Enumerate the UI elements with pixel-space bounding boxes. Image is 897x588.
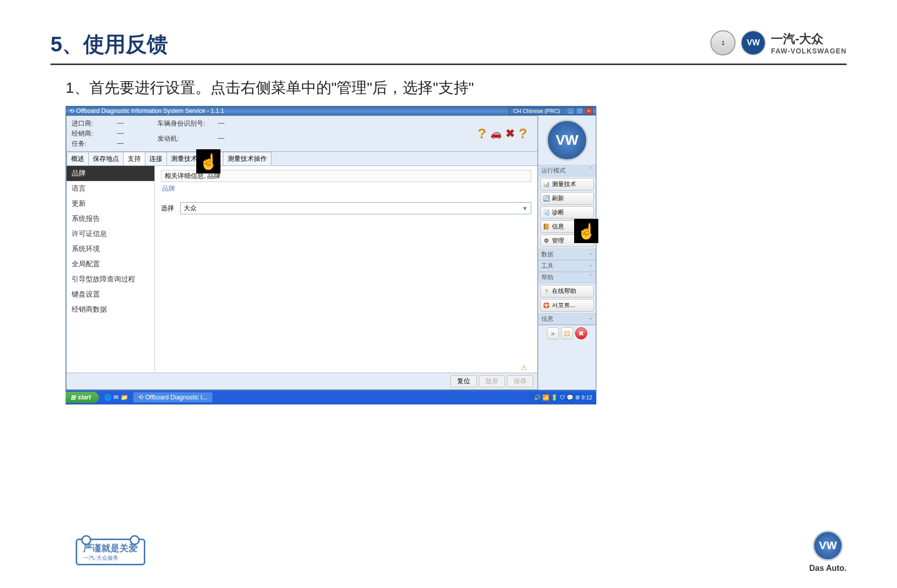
dealer-label: 经销商: (72, 129, 117, 138)
sidebar-item-language[interactable]: 语言 (67, 181, 154, 196)
chevron-right-icon: » (551, 329, 555, 337)
discard-button[interactable]: 放弃 (479, 375, 505, 387)
engine-label: 发动机: (157, 134, 218, 148)
tab-support[interactable]: 支持 (123, 152, 145, 165)
tab-measurement-ops[interactable]: 测量技术操作 (223, 152, 271, 165)
windows-icon: ⊞ (71, 394, 76, 401)
stethoscope-icon: 🩺 (543, 209, 550, 216)
gear-icon: ⚙ (543, 238, 550, 245)
sidebar-item-sysreport[interactable]: 系统报告 (67, 211, 154, 226)
diag-button[interactable]: 🩺诊断 (540, 206, 594, 219)
sidebar-item-global[interactable]: 全局配置 (67, 257, 154, 272)
tray-icon[interactable]: 🔊 (534, 394, 541, 401)
tab-save-location[interactable]: 保存地点 (88, 152, 124, 165)
sidebar-item-update[interactable]: 更新 (67, 196, 154, 211)
sidebar-item-sysenv[interactable]: 系统环境 (67, 242, 154, 257)
app-taskbar-icon: ⟲ (138, 394, 143, 401)
chevron-icon: ⌃ (589, 273, 593, 282)
detail-header: 相关详细信息, 品牌 (161, 170, 531, 182)
stop-button[interactable]: ✖ (575, 327, 587, 339)
tray-icon[interactable]: ⚙ (575, 394, 580, 401)
help-icon[interactable]: ? (519, 126, 527, 142)
faw-logo-icon: 1 (710, 30, 736, 55)
app-window: ⟲ Offboard Diagnostic Information System… (66, 106, 596, 390)
expand-button[interactable]: » (547, 327, 559, 339)
service-badge: 严谨就是关爱 一汽-大众服务 (76, 539, 145, 565)
section-data: 数据⌄ (538, 249, 596, 260)
language-badge[interactable]: CH Chinese (PRC) (509, 107, 565, 114)
system-tray: 🔊 📶 🔋 🛡 💬 ⚙ 9:12 (530, 392, 596, 403)
refresh-button[interactable]: 🔄刷新 (540, 192, 594, 205)
app-icon: ⟲ (69, 107, 74, 114)
vw-logo-icon: VW (741, 30, 766, 55)
disconnect-icon[interactable]: ✖ (506, 127, 515, 140)
instruction-text: 1、首先要进行设置。点击右侧菜单中的"管理"后，选择"支持" (66, 78, 847, 98)
gauge-icon: 📊 (543, 181, 550, 188)
vin-label: 车辆身份识别号: (157, 119, 218, 133)
info-header: 进口商:— 经销商:— 任务:— 车辆身份识别号:— 发动机:— ?🚗 ✖ ? (67, 116, 537, 152)
chevron-icon: ⌄ (589, 315, 593, 323)
das-auto-logo: VW Das Auto. (809, 531, 847, 573)
online-help-button[interactable]: ?在线帮助 (540, 285, 594, 298)
x-icon: ✖ (578, 329, 584, 337)
tray-time: 9:12 (582, 394, 592, 400)
window-titlebar: ⟲ Offboard Diagnostic Information System… (66, 106, 596, 115)
chevron-icon: ⌃ (589, 166, 593, 175)
quicklaunch-icon[interactable]: 📁 (121, 394, 128, 401)
sidebar-item-guided-fault[interactable]: 引导型故障查询过程 (67, 272, 154, 287)
vw-large-logo-icon: VW (546, 120, 588, 161)
taskbar: ⊞ start 🌐 ✉ 📁 ⟲ Offboard Diagnostic I...… (66, 390, 596, 404)
quicklaunch-icon[interactable]: 🌐 (104, 394, 111, 401)
chevron-icon: ⌄ (589, 262, 593, 270)
maximize-button[interactable]: □ (576, 107, 584, 114)
support-button[interactable]: 🛟서포트... (540, 299, 594, 312)
info-button[interactable]: 📙信息 (540, 220, 594, 233)
brand-select-value: 大众 (184, 204, 197, 213)
lifebuoy-icon: 🛟 (543, 302, 550, 309)
tray-icon[interactable]: 🛡 (559, 394, 565, 400)
warning-icon: ⚠ (521, 364, 527, 372)
select-label: 选择 (161, 204, 174, 213)
measure-button[interactable]: 📊测量技术 (540, 178, 594, 191)
tray-icon[interactable]: 💬 (567, 394, 574, 401)
save-button[interactable]: 保存 (507, 375, 533, 387)
tab-overview[interactable]: 概述 (67, 152, 89, 165)
detail-pane: 相关详细信息, 品牌 品牌 选择 大众 ▼ (155, 166, 537, 373)
settings-sidebar: 品牌 语言 更新 系统报告 许可证信息 系统环境 全局配置 引导型故障查询过程 … (67, 166, 155, 373)
chevron-icon: ⌄ (589, 250, 593, 259)
vw-footer-logo-icon: VW (813, 531, 843, 561)
reset-button[interactable]: 复位 (451, 375, 477, 387)
taskbar-item[interactable]: ⟲ Offboard Diagnostic I... (133, 392, 212, 402)
sidebar-item-keyboard[interactable]: 键盘设置 (67, 287, 154, 302)
help-car-icon[interactable]: ? (478, 126, 486, 142)
tab-connection[interactable]: 连接 (145, 152, 167, 165)
task-label: 任务: (72, 139, 117, 148)
brand-en: FAW-VOLKSWAGEN (771, 47, 847, 55)
window-title: Offboard Diagnostic Information System S… (76, 107, 224, 114)
help-green-icon: ? (543, 288, 550, 295)
close-button[interactable]: × (585, 107, 593, 114)
tab-bar: 概述 保存地点 支持 连接 测量技术 证书 测量技术操作 (67, 152, 537, 166)
importer-label: 进口商: (72, 119, 117, 128)
brand-select[interactable]: 大众 ▼ (180, 202, 531, 214)
print-button[interactable]: ⊡ (561, 327, 573, 339)
target-icon: ⊡ (564, 329, 570, 337)
admin-button[interactable]: ⚙管理 (540, 234, 594, 247)
brand-section-label: 品牌 (162, 184, 531, 193)
sidebar-item-dealerdata[interactable]: 经销商数据 (67, 302, 154, 317)
sidebar-item-brand[interactable]: 品牌 (67, 166, 154, 181)
minimize-button[interactable]: _ (567, 107, 575, 114)
quicklaunch-icon[interactable]: ✉ (114, 394, 119, 401)
car-icon: 🚗 (490, 128, 501, 139)
tray-icon[interactable]: 📶 (542, 394, 549, 401)
section-tools: 工具⌄ (538, 260, 596, 272)
section-info: 信息⌄ (538, 313, 596, 325)
chevron-down-icon: ▼ (522, 205, 528, 211)
tray-icon[interactable]: 🔋 (551, 394, 558, 401)
book-icon: 📙 (543, 223, 550, 230)
sidebar-item-license[interactable]: 许可证信息 (67, 226, 154, 242)
refresh-icon: 🔄 (543, 195, 550, 202)
tab-certificate[interactable]: 证书 (201, 152, 223, 165)
start-button[interactable]: ⊞ start (66, 392, 99, 403)
tab-measurement[interactable]: 测量技术 (166, 152, 202, 165)
